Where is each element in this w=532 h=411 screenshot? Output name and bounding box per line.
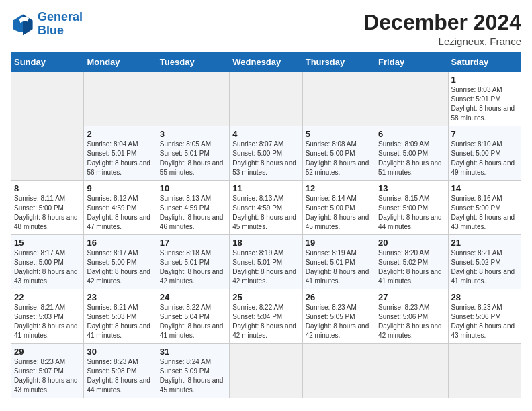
calendar-cell: 21Sunrise: 8:21 AMSunset: 5:02 PMDayligh…	[448, 235, 521, 289]
calendar-cell: 12Sunrise: 8:14 AMSunset: 5:00 PMDayligh…	[302, 181, 375, 235]
calendar-row: 22Sunrise: 8:21 AMSunset: 5:03 PMDayligh…	[11, 289, 521, 344]
day-number: 21	[451, 238, 518, 248]
header: General Blue December 2024 Lezigneux, Fr…	[11, 11, 521, 47]
day-number: 4	[232, 129, 299, 139]
day-detail: Sunrise: 8:18 AMSunset: 5:01 PMDaylight:…	[160, 248, 226, 286]
day-detail: Sunrise: 8:23 AMSunset: 5:06 PMDaylight:…	[451, 303, 518, 340]
day-number: 5	[306, 129, 372, 139]
logo: General Blue	[11, 11, 83, 38]
day-detail: Sunrise: 8:03 AMSunset: 5:01 PMDaylight:…	[451, 85, 518, 123]
day-detail: Sunrise: 8:21 AMSunset: 5:03 PMDaylight:…	[87, 303, 153, 340]
calendar-cell	[302, 72, 375, 126]
title-block: December 2024 Lezigneux, France	[363, 11, 521, 47]
day-detail: Sunrise: 8:21 AMSunset: 5:02 PMDaylight:…	[451, 248, 518, 286]
day-number: 22	[14, 292, 81, 302]
calendar-cell: 14Sunrise: 8:16 AMSunset: 5:00 PMDayligh…	[448, 181, 521, 235]
day-number: 12	[306, 183, 372, 193]
calendar-cell: 5Sunrise: 8:08 AMSunset: 5:00 PMDaylight…	[302, 126, 375, 181]
calendar-cell: 2Sunrise: 8:04 AMSunset: 5:01 PMDaylight…	[84, 126, 157, 181]
day-number: 31	[160, 347, 226, 357]
day-detail: Sunrise: 8:13 AMSunset: 4:59 PMDaylight:…	[232, 194, 299, 232]
calendar-cell: 15Sunrise: 8:17 AMSunset: 5:00 PMDayligh…	[11, 235, 84, 289]
day-number: 28	[451, 292, 518, 302]
day-number: 29	[14, 347, 81, 357]
day-number: 6	[378, 129, 445, 139]
calendar-cell: 22Sunrise: 8:21 AMSunset: 5:03 PMDayligh…	[11, 289, 84, 344]
calendar-cell: 30Sunrise: 8:23 AMSunset: 5:08 PMDayligh…	[84, 344, 157, 398]
logo-icon	[11, 12, 35, 36]
calendar-cell: 23Sunrise: 8:21 AMSunset: 5:03 PMDayligh…	[84, 289, 157, 344]
day-number: 14	[451, 183, 518, 193]
calendar-cell: 16Sunrise: 8:17 AMSunset: 5:00 PMDayligh…	[84, 235, 157, 289]
day-detail: Sunrise: 8:09 AMSunset: 5:00 PMDaylight:…	[378, 140, 445, 177]
calendar-cell: 29Sunrise: 8:23 AMSunset: 5:07 PMDayligh…	[11, 344, 84, 398]
calendar-cell: 7Sunrise: 8:10 AMSunset: 5:00 PMDaylight…	[448, 126, 521, 181]
calendar-row: 29Sunrise: 8:23 AMSunset: 5:07 PMDayligh…	[11, 344, 521, 398]
calendar-cell: 28Sunrise: 8:23 AMSunset: 5:06 PMDayligh…	[448, 289, 521, 344]
day-detail: Sunrise: 8:11 AMSunset: 5:00 PMDaylight:…	[14, 194, 81, 232]
day-detail: Sunrise: 8:16 AMSunset: 5:00 PMDaylight:…	[451, 194, 518, 232]
calendar-cell: 10Sunrise: 8:13 AMSunset: 4:59 PMDayligh…	[157, 181, 229, 235]
day-detail: Sunrise: 8:20 AMSunset: 5:02 PMDaylight:…	[378, 248, 445, 286]
day-detail: Sunrise: 8:13 AMSunset: 4:59 PMDaylight:…	[160, 194, 226, 232]
calendar-row: 15Sunrise: 8:17 AMSunset: 5:00 PMDayligh…	[11, 235, 521, 289]
calendar-cell: 20Sunrise: 8:20 AMSunset: 5:02 PMDayligh…	[375, 235, 448, 289]
day-detail: Sunrise: 8:12 AMSunset: 4:59 PMDaylight:…	[87, 194, 153, 232]
calendar-row: 2Sunrise: 8:04 AMSunset: 5:01 PMDaylight…	[11, 126, 521, 181]
calendar-header-row: SundayMondayTuesdayWednesdayThursdayFrid…	[11, 53, 521, 72]
calendar-row: 1Sunrise: 8:03 AMSunset: 5:01 PMDaylight…	[11, 72, 521, 126]
month-title: December 2024	[363, 11, 521, 34]
day-number: 24	[160, 292, 226, 302]
day-detail: Sunrise: 8:07 AMSunset: 5:00 PMDaylight:…	[232, 140, 299, 177]
day-detail: Sunrise: 8:05 AMSunset: 5:01 PMDaylight:…	[160, 140, 226, 177]
day-detail: Sunrise: 8:23 AMSunset: 5:05 PMDaylight:…	[306, 303, 372, 340]
day-number: 15	[14, 238, 81, 248]
calendar-cell: 1Sunrise: 8:03 AMSunset: 5:01 PMDaylight…	[448, 72, 521, 126]
day-detail: Sunrise: 8:23 AMSunset: 5:07 PMDaylight:…	[14, 357, 81, 395]
calendar-cell: 24Sunrise: 8:22 AMSunset: 5:04 PMDayligh…	[157, 289, 229, 344]
day-number: 25	[232, 292, 299, 302]
calendar-cell	[11, 126, 84, 181]
calendar-cell: 3Sunrise: 8:05 AMSunset: 5:01 PMDaylight…	[157, 126, 229, 181]
day-detail: Sunrise: 8:22 AMSunset: 5:04 PMDaylight:…	[160, 303, 226, 340]
day-detail: Sunrise: 8:17 AMSunset: 5:00 PMDaylight:…	[14, 248, 81, 286]
calendar-cell	[11, 72, 84, 126]
day-detail: Sunrise: 8:21 AMSunset: 5:03 PMDaylight:…	[14, 303, 81, 340]
day-number: 2	[87, 129, 153, 139]
calendar-cell: 25Sunrise: 8:22 AMSunset: 5:04 PMDayligh…	[230, 289, 302, 344]
calendar-container: General Blue December 2024 Lezigneux, Fr…	[0, 0, 532, 411]
day-detail: Sunrise: 8:23 AMSunset: 5:08 PMDaylight:…	[87, 357, 153, 395]
day-number: 27	[378, 292, 445, 302]
calendar-body: 1Sunrise: 8:03 AMSunset: 5:01 PMDaylight…	[11, 72, 521, 398]
day-number: 17	[160, 238, 226, 248]
calendar-cell	[230, 72, 302, 126]
calendar-header-cell: Sunday	[11, 53, 84, 72]
calendar-cell: 13Sunrise: 8:15 AMSunset: 5:00 PMDayligh…	[375, 181, 448, 235]
calendar-cell	[302, 344, 375, 398]
calendar-row: 8Sunrise: 8:11 AMSunset: 5:00 PMDaylight…	[11, 181, 521, 235]
day-number: 20	[378, 238, 445, 248]
day-detail: Sunrise: 8:17 AMSunset: 5:00 PMDaylight:…	[87, 248, 153, 286]
day-number: 26	[306, 292, 372, 302]
location: Lezigneux, France	[363, 36, 521, 47]
calendar-header-cell: Tuesday	[157, 53, 229, 72]
day-detail: Sunrise: 8:14 AMSunset: 5:00 PMDaylight:…	[306, 194, 372, 232]
day-detail: Sunrise: 8:15 AMSunset: 5:00 PMDaylight:…	[378, 194, 445, 232]
calendar-cell: 26Sunrise: 8:23 AMSunset: 5:05 PMDayligh…	[302, 289, 375, 344]
day-detail: Sunrise: 8:22 AMSunset: 5:04 PMDaylight:…	[232, 303, 299, 340]
logo-text: General Blue	[38, 11, 83, 38]
day-number: 30	[87, 347, 153, 357]
calendar-cell	[230, 344, 302, 398]
day-number: 1	[451, 75, 518, 85]
calendar-cell: 17Sunrise: 8:18 AMSunset: 5:01 PMDayligh…	[157, 235, 229, 289]
calendar-header-cell: Wednesday	[230, 53, 302, 72]
day-number: 3	[160, 129, 226, 139]
day-number: 10	[160, 183, 226, 193]
day-number: 19	[306, 238, 372, 248]
day-number: 18	[232, 238, 299, 248]
calendar-cell: 27Sunrise: 8:23 AMSunset: 5:06 PMDayligh…	[375, 289, 448, 344]
day-number: 23	[87, 292, 153, 302]
day-number: 13	[378, 183, 445, 193]
day-number: 16	[87, 238, 153, 248]
day-number: 8	[14, 183, 81, 193]
